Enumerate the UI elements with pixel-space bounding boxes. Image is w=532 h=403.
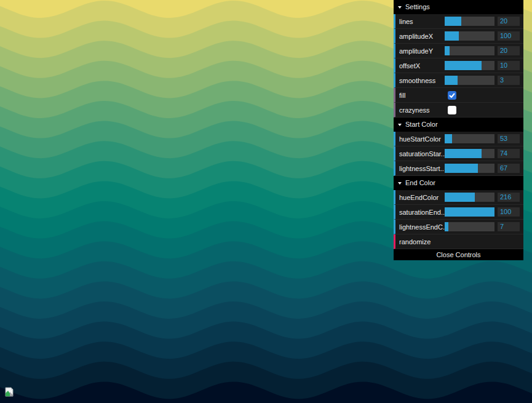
checkmark-icon xyxy=(448,92,456,99)
amplitudey-slider-fill xyxy=(445,46,450,55)
folder-title-label: Settings xyxy=(405,0,430,14)
folder-title-label: End Color xyxy=(405,176,435,190)
dat-gui-panel: Settingslines20amplitudeX100amplitudeY20… xyxy=(394,0,523,260)
hueendcolor-slider-fill xyxy=(445,193,475,202)
controller-row-crazyness: crazyness xyxy=(394,103,523,118)
lines-value-input[interactable]: 20 xyxy=(498,17,520,26)
amplitudey-slider[interactable] xyxy=(445,46,494,55)
smoothness-label: smoothness xyxy=(399,77,445,84)
folder-title-label: Start Color xyxy=(405,118,438,132)
controller-row-huestartcolor: hueStartColor53 xyxy=(394,132,523,146)
saturationstar-value-input[interactable]: 74 xyxy=(498,149,520,158)
lightnessstart-slider-fill xyxy=(445,164,478,173)
fill-label: fill xyxy=(399,92,445,99)
fill-checkbox[interactable] xyxy=(448,91,456,100)
controller-row-amplitudex: amplitudeX100 xyxy=(394,29,523,44)
saturationstar-label: saturationStar.. xyxy=(399,150,445,158)
smoothness-slider-fill xyxy=(445,76,458,85)
lines-slider[interactable] xyxy=(445,17,494,26)
close-controls-button[interactable]: Close Controls xyxy=(394,249,523,260)
crazyness-checkbox[interactable] xyxy=(448,106,456,114)
crazyness-label: crazyness xyxy=(399,106,445,114)
controller-row-saturationend: saturationEnd..100 xyxy=(394,205,523,220)
folder-arrow-icon xyxy=(398,124,402,126)
folder-arrow-icon xyxy=(398,6,402,9)
controller-row-lightnessstart: lightnessStart..67 xyxy=(394,161,523,176)
offsetx-slider-fill xyxy=(445,61,482,70)
folder-title-end-color[interactable]: End Color xyxy=(394,176,523,190)
gui-sections: Settingslines20amplitudeX100amplitudeY20… xyxy=(394,0,523,249)
amplitudey-label: amplitudeY xyxy=(399,47,445,55)
huestartcolor-slider[interactable] xyxy=(445,134,494,143)
lightnessendc-value-input[interactable]: 7 xyxy=(498,222,520,231)
controller-row-lines: lines20 xyxy=(394,14,523,29)
huestartcolor-slider-fill xyxy=(445,134,452,143)
folder-title-start-color[interactable]: Start Color xyxy=(394,118,523,132)
controller-row-fill: fill xyxy=(394,88,523,103)
offsetx-value-input[interactable]: 10 xyxy=(498,61,520,70)
hueendcolor-slider[interactable] xyxy=(445,193,494,202)
lightnessstart-label: lightnessStart.. xyxy=(399,165,445,172)
smoothness-slider[interactable] xyxy=(445,76,494,85)
hueendcolor-value-input[interactable]: 216 xyxy=(498,193,520,202)
amplitudex-value-input[interactable]: 100 xyxy=(498,31,520,41)
saturationend-slider-fill xyxy=(445,207,494,217)
amplitudex-slider[interactable] xyxy=(445,31,494,41)
lightnessstart-value-input[interactable]: 67 xyxy=(498,164,520,173)
lines-slider-fill xyxy=(445,17,461,26)
amplitudey-value-input[interactable]: 20 xyxy=(498,46,520,55)
amplitudex-label: amplitudeX xyxy=(399,33,445,40)
randomize-label: randomize xyxy=(399,238,523,245)
lightnessendc-slider[interactable] xyxy=(445,222,494,231)
offsetx-label: offsetX xyxy=(399,62,445,70)
saturationend-label: saturationEnd.. xyxy=(399,209,445,216)
controller-row-smoothness: smoothness3 xyxy=(394,73,523,88)
lines-label: lines xyxy=(399,18,445,25)
controller-row-saturationstar: saturationStar..74 xyxy=(394,146,523,161)
offsetx-slider[interactable] xyxy=(445,61,494,70)
controller-row-randomize[interactable]: randomize xyxy=(394,234,523,249)
controller-row-offsetx: offsetX10 xyxy=(394,58,523,73)
saturationend-slider[interactable] xyxy=(445,207,494,217)
lightnessstart-slider[interactable] xyxy=(445,164,494,173)
huestartcolor-label: hueStartColor xyxy=(399,135,445,143)
folder-arrow-icon xyxy=(398,182,402,185)
saturationstar-slider[interactable] xyxy=(445,149,494,158)
folder-title-settings[interactable]: Settings xyxy=(394,0,523,14)
controller-row-amplitudey: amplitudeY20 xyxy=(394,44,523,58)
saturationstar-slider-fill xyxy=(445,149,482,158)
huestartcolor-value-input[interactable]: 53 xyxy=(498,134,520,143)
lightnessendc-slider-fill xyxy=(445,222,448,231)
controller-row-hueendcolor: hueEndColor216 xyxy=(394,190,523,205)
broken-image-icon xyxy=(4,387,14,397)
saturationend-value-input[interactable]: 100 xyxy=(498,207,520,217)
hueendcolor-label: hueEndColor xyxy=(399,194,445,201)
amplitudex-slider-fill xyxy=(445,31,459,41)
lightnessendc-label: lightnessEndC.. xyxy=(399,223,445,231)
controller-row-lightnessendc: lightnessEndC..7 xyxy=(394,220,523,234)
smoothness-value-input[interactable]: 3 xyxy=(498,76,520,85)
